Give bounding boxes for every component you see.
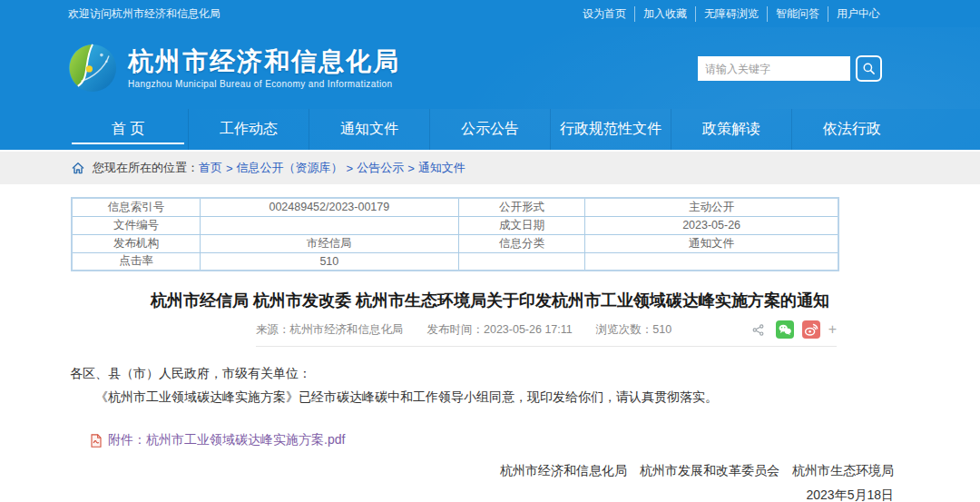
site-title: 杭州市经济和信息化局: [128, 47, 400, 76]
info-label-disclosure-form: 公开形式: [458, 198, 585, 216]
info-label-issuing-agency: 发布机构: [72, 234, 201, 252]
article-publish-time: 发布时间：2023-05-26 17:11: [427, 322, 573, 338]
share-buttons: +: [750, 320, 837, 339]
info-value-info-category: 通知文件: [585, 234, 838, 252]
link-smart-qa[interactable]: 智能问答: [768, 6, 828, 22]
document-date: 2023年5月18日: [70, 487, 910, 502]
attachment-row: 附件：杭州市工业领域碳达峰实施方案.pdf: [70, 432, 910, 448]
info-label-info-category: 信息分类: [458, 234, 585, 252]
nav-item-administration-by-law[interactable]: 依法行政: [791, 109, 912, 150]
breadcrumb-separator: >: [407, 162, 415, 175]
nav-item-work-news[interactable]: 工作动态: [188, 109, 309, 150]
info-label-index-number: 信息索引号: [72, 198, 201, 216]
site-title-english: Hangzhou Municipal Bureau of Economy and…: [128, 79, 400, 89]
nav-item-public-announcements[interactable]: 公示公告: [429, 109, 550, 150]
nav-item-home[interactable]: 首 页: [68, 109, 188, 150]
breadcrumb-separator: >: [226, 162, 233, 175]
search-icon: [862, 62, 876, 75]
weibo-share-icon[interactable]: [802, 320, 820, 339]
bureau-logo-icon: [68, 44, 117, 93]
breadcrumb-link-announcements[interactable]: 公告公示: [357, 160, 404, 176]
home-icon: [71, 161, 85, 175]
site-brand: 杭州市经济和信息化局 Hangzhou Municipal Bureau of …: [68, 44, 400, 93]
info-value-index-number: 002489452/2023-00179: [201, 198, 458, 216]
info-label-empty: [458, 252, 585, 271]
utility-links: 设为首页 加入收藏 无障碍浏览 智能问答 用户中心: [574, 6, 880, 22]
article-paragraph: 《杭州市工业领域碳达峰实施方案》已经市碳达峰碳中和工作领导小组同意，现印发给你们…: [70, 385, 910, 408]
masthead: 杭州市经济和信息化局 Hangzhou Municipal Bureau of …: [0, 27, 980, 109]
nav-item-notice-documents[interactable]: 通知文件: [309, 109, 429, 150]
signing-agencies: 杭州市经济和信息化局 杭州市发展和改革委员会 杭州市生态环境局: [70, 463, 910, 479]
info-label-issue-date: 成文日期: [458, 216, 585, 234]
document-info-table: 信息索引号 002489452/2023-00179 公开形式 主动公开 文件编…: [71, 197, 839, 271]
welcome-text: 欢迎访问杭州市经济和信息化局: [68, 6, 220, 22]
search-input[interactable]: [698, 56, 850, 81]
more-share-options-icon[interactable]: +: [828, 322, 837, 337]
info-label-click-rate: 点击率: [72, 252, 201, 271]
info-value-issue-date: 2023-05-26: [585, 216, 838, 234]
article-body: 各区、县（市）人民政府，市级有关单位： 《杭州市工业领域碳达峰实施方案》已经市碳…: [70, 361, 910, 408]
table-row: 发布机构 市经信局 信息分类 通知文件: [72, 234, 838, 252]
pdf-file-icon: [90, 434, 103, 448]
breadcrumb-prefix: 您现在所在的位置：: [93, 160, 199, 176]
link-accessibility[interactable]: 无障碍浏览: [696, 6, 768, 22]
table-row: 文件编号 成文日期 2023-05-26: [72, 216, 838, 234]
nav-item-policy-interpretation[interactable]: 政策解读: [671, 109, 791, 150]
table-row: 点击率 510: [72, 252, 838, 271]
breadcrumb: 您现在所在的位置： 首页 > 信息公开（资源库） > 公告公示 > 通知文件: [0, 152, 980, 184]
link-user-center[interactable]: 用户中心: [828, 6, 880, 22]
share-icon[interactable]: [750, 320, 768, 339]
brand-text: 杭州市经济和信息化局 Hangzhou Municipal Bureau of …: [128, 47, 400, 88]
article-salutation: 各区、县（市）人民政府，市级有关单位：: [70, 361, 910, 385]
attachment-link[interactable]: 附件：杭州市工业领域碳达峰实施方案.pdf: [108, 432, 345, 448]
main-nav: 首 页 工作动态 通知文件 公示公告 行政规范性文件 政策解读 依法行政: [0, 109, 980, 150]
article-meta-texts: 来源：杭州市经济和信息化局 发布时间：2023-05-26 17:11 浏览次数…: [256, 322, 671, 338]
info-value-empty: [585, 252, 838, 271]
article-view-count: 浏览次数：510: [596, 322, 671, 338]
article-title: 杭州市经信局 杭州市发改委 杭州市生态环境局关于印发杭州市工业领域碳达峰实施方案…: [70, 290, 910, 311]
info-value-issuing-agency: 市经信局: [201, 234, 458, 252]
article-meta-bar: 来源：杭州市经济和信息化局 发布时间：2023-05-26 17:11 浏览次数…: [256, 320, 837, 347]
info-value-disclosure-form: 主动公开: [585, 198, 838, 216]
article-source: 来源：杭州市经济和信息化局: [256, 322, 404, 338]
search-box: [698, 55, 882, 82]
info-value-click-rate: 510: [201, 252, 458, 271]
info-value-document-number: [201, 216, 458, 234]
table-row: 信息索引号 002489452/2023-00179 公开形式 主动公开: [72, 198, 838, 216]
link-set-homepage[interactable]: 设为首页: [574, 6, 635, 22]
article-content: 杭州市经信局 杭州市发改委 杭州市生态环境局关于印发杭州市工业领域碳达峰实施方案…: [0, 290, 980, 502]
nav-item-administrative-normative-documents[interactable]: 行政规范性文件: [550, 109, 671, 150]
breadcrumb-link-info-disclosure[interactable]: 信息公开（资源库）: [237, 160, 343, 176]
wechat-share-icon[interactable]: [776, 320, 794, 339]
search-button[interactable]: [856, 55, 882, 82]
breadcrumb-link-home[interactable]: 首页: [199, 160, 222, 176]
link-add-favorite[interactable]: 加入收藏: [635, 6, 696, 22]
info-label-document-number: 文件编号: [72, 216, 201, 234]
top-utility-bar: 欢迎访问杭州市经济和信息化局 设为首页 加入收藏 无障碍浏览 智能问答 用户中心: [0, 0, 980, 27]
breadcrumb-link-notice-documents[interactable]: 通知文件: [418, 160, 466, 176]
breadcrumb-separator: >: [347, 162, 354, 175]
